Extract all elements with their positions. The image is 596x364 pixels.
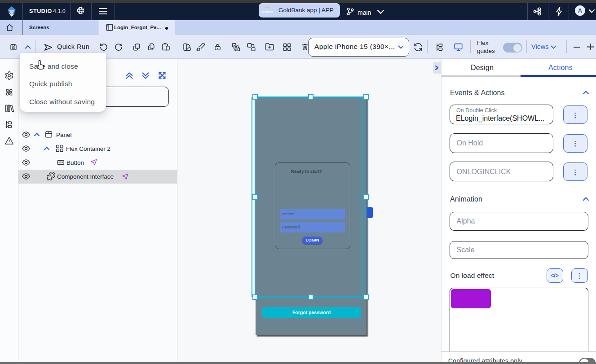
svg-text:BTN: BTN bbox=[58, 162, 63, 164]
svg-text:GoldBank: GoldBank bbox=[261, 10, 273, 13]
